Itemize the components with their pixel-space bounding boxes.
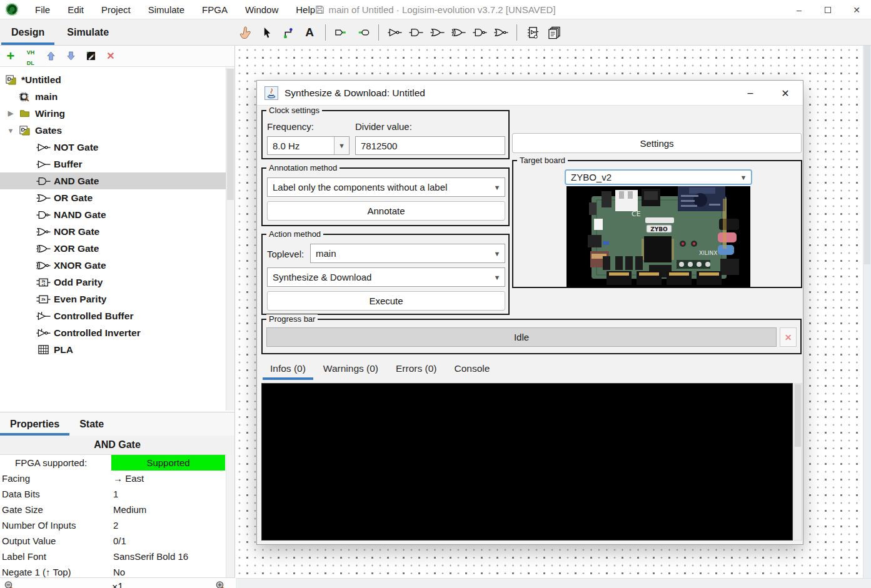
appearance-tool-button[interactable]	[545, 23, 563, 42]
menu-fpga[interactable]: FPGA	[193, 4, 236, 15]
board-select[interactable]: ZYBO_v2 ▼	[565, 169, 752, 185]
tab-design[interactable]: Design	[0, 19, 56, 45]
nand-gate-tool-button[interactable]	[470, 23, 489, 42]
divider-value-input[interactable]: 7812500	[355, 136, 505, 155]
canvas-vertical-scrollbar[interactable]	[863, 46, 871, 578]
toplevel-select[interactable]: main ▼	[310, 244, 505, 263]
attribute-value[interactable]: SansSerif Bold 16	[111, 551, 225, 562]
wiring-tool-button[interactable]	[279, 23, 298, 42]
menu-edit[interactable]: Edit	[59, 4, 93, 15]
window-minimize-button[interactable]: –	[785, 0, 813, 19]
tree-item-controlled-buffer[interactable]: Controlled Buffer	[0, 307, 226, 324]
and-gate-tool-button[interactable]	[406, 23, 425, 42]
attribute-row[interactable]: Data Bits 1	[0, 486, 226, 502]
attribute-row[interactable]: FPGA supported: Supported	[0, 455, 226, 471]
chevron-down-icon[interactable]: ▼	[490, 274, 505, 281]
tab-infos[interactable]: Infos (0)	[261, 357, 315, 380]
stop-button[interactable]: ✕	[780, 327, 797, 347]
xor-gate-tool-button[interactable]	[449, 23, 468, 42]
or-gate-tool-button[interactable]	[428, 23, 446, 42]
settings-button[interactable]: Settings	[512, 133, 802, 153]
console-scrollbar-thumb[interactable]	[795, 384, 801, 447]
chevron-down-icon[interactable]: ▼	[334, 137, 349, 154]
chevron-down-icon[interactable]: ▼	[736, 174, 751, 181]
attribute-value[interactable]: 0/1	[111, 536, 225, 546]
tree-scrollbar[interactable]	[226, 67, 234, 411]
tree-scrollbar-thumb[interactable]	[227, 69, 234, 200]
add-circuit-button[interactable]: +	[3, 48, 19, 64]
edit-appearance-button[interactable]	[83, 48, 99, 64]
add-vhdl-entity-tool-button[interactable]	[523, 23, 542, 42]
console-scrollbar[interactable]	[793, 383, 802, 541]
text-tool-button[interactable]: A	[300, 23, 319, 42]
tree-item-nand-gate[interactable]: NAND Gate	[0, 206, 226, 223]
chevron-down-icon[interactable]: ▼	[490, 250, 505, 257]
attribute-value[interactable]: 1	[111, 489, 225, 499]
tree-item-buffer[interactable]: Buffer	[0, 156, 226, 172]
tab-console[interactable]: Console	[445, 357, 498, 380]
attribute-value[interactable]: No	[111, 567, 225, 577]
tree-item-main[interactable]: main	[0, 88, 226, 105]
attribute-row[interactable]: Label Font SansSerif Bold 16	[0, 549, 226, 564]
menu-file[interactable]: File	[26, 4, 59, 15]
frequency-select[interactable]: 8.0 Hz ▼	[267, 136, 350, 155]
tree-item-xor-gate[interactable]: XOR Gate	[0, 240, 226, 257]
expanded-arrow-icon[interactable]: ▼	[5, 127, 16, 134]
attribute-row[interactable]: Output Value 0/1	[0, 533, 226, 549]
output-pin-tool-button[interactable]	[353, 23, 372, 42]
tab-properties[interactable]: Properties	[0, 412, 69, 436]
tab-simulate[interactable]: Simulate	[56, 19, 120, 45]
tree-item-gates[interactable]: ▼ Gates	[0, 122, 226, 139]
attribute-scrollbar[interactable]	[226, 454, 234, 577]
tab-warnings[interactable]: Warnings (0)	[315, 357, 387, 380]
canvas-vscroll-thumb[interactable]	[864, 46, 870, 264]
tab-state[interactable]: State	[69, 412, 114, 436]
nor-gate-tool-button[interactable]	[491, 23, 510, 42]
execute-button[interactable]: Execute	[267, 291, 505, 311]
poke-tool-button[interactable]	[236, 23, 255, 42]
menu-help[interactable]: Help	[287, 4, 324, 15]
attribute-row[interactable]: Facing → East	[0, 471, 226, 486]
tree-item-untitled[interactable]: *Untitled	[0, 71, 226, 88]
attribute-row[interactable]: Gate Size Medium	[0, 502, 226, 517]
console-output[interactable]	[261, 383, 793, 541]
attribute-value[interactable]: Medium	[111, 504, 225, 515]
attribute-value[interactable]: 2	[111, 520, 225, 531]
attribute-value[interactable]: Supported	[111, 455, 225, 471]
edit-tool-button[interactable]	[258, 23, 276, 42]
menu-simulate[interactable]: Simulate	[139, 4, 193, 15]
window-close-button[interactable]: ✕	[842, 0, 871, 19]
move-down-button[interactable]	[63, 48, 79, 64]
tree-item-nor-gate[interactable]: NOR Gate	[0, 223, 226, 240]
input-pin-tool-button[interactable]	[332, 23, 351, 42]
action-select[interactable]: Synthesize & Download ▼	[267, 267, 505, 287]
chevron-down-icon[interactable]: ▼	[490, 184, 505, 191]
dialog-minimize-button[interactable]: –	[733, 81, 768, 106]
delete-circuit-button[interactable]: ✕	[103, 48, 119, 64]
tree-item-or-gate[interactable]: OR Gate	[0, 189, 226, 206]
annotate-button[interactable]: Annotate	[267, 201, 505, 221]
annotation-method-select[interactable]: Label only the components without a labe…	[267, 177, 505, 197]
not-gate-tool-button[interactable]	[385, 23, 404, 42]
dialog-close-button[interactable]: ✕	[768, 81, 803, 106]
tree-item-odd-parity[interactable]: 2k+1 Odd Parity	[0, 274, 226, 291]
tree-item-controlled-inverter[interactable]: Controlled Inverter	[0, 324, 226, 341]
attribute-value[interactable]: → East	[111, 473, 225, 484]
canvas-horizontal-scrollbar[interactable]	[236, 578, 871, 588]
tree-item-xnor-gate[interactable]: XNOR Gate	[0, 257, 226, 274]
move-up-button[interactable]	[43, 48, 59, 64]
tree-item-pla[interactable]: PLA	[0, 341, 226, 358]
add-vhdl-button[interactable]: VHDL	[23, 48, 39, 64]
attribute-row[interactable]: Number Of Inputs 2	[0, 517, 226, 533]
tree-item-even-parity[interactable]: 2k Even Parity	[0, 291, 226, 307]
tree-item-and-gate[interactable]: AND Gate	[0, 172, 226, 189]
attribute-row[interactable]: Negate 1 (↑ Top) No	[0, 564, 226, 577]
window-maximize-button[interactable]	[813, 0, 842, 19]
tree-item-not-gate[interactable]: NOT Gate	[0, 139, 226, 156]
zoom-in-icon[interactable]	[215, 581, 228, 588]
menu-project[interactable]: Project	[93, 4, 139, 15]
tree-item-wiring[interactable]: ▶ Wiring	[0, 105, 226, 122]
menu-window[interactable]: Window	[236, 4, 287, 15]
tab-errors[interactable]: Errors (0)	[387, 357, 445, 380]
collapsed-arrow-icon[interactable]: ▶	[5, 109, 16, 117]
